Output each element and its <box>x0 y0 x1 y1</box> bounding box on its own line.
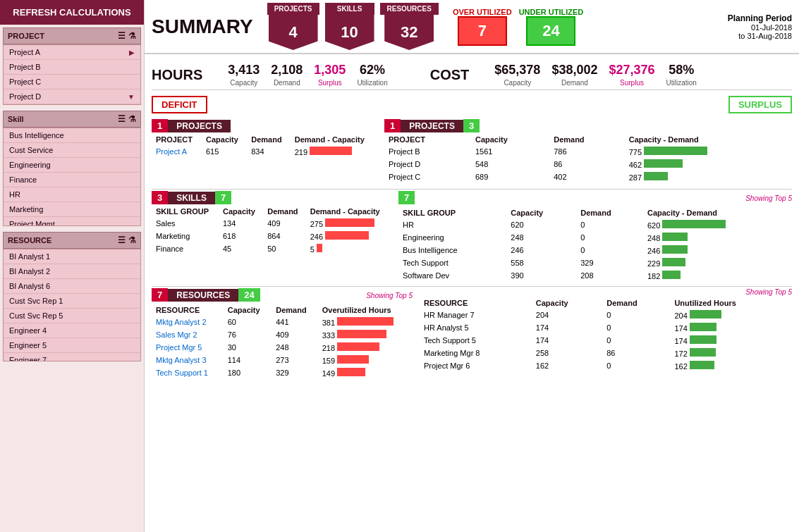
resource-link[interactable]: Mktg Analyst 2 <box>152 316 224 328</box>
resource-link[interactable]: Sales Mgr 2 <box>152 328 224 341</box>
deficit-bar <box>337 317 394 326</box>
skills-deficit-count: 3 <box>152 191 168 204</box>
table-row: Project Mgr 5 30 248 218 <box>152 341 413 354</box>
resource-item[interactable]: BI Analyst 2 <box>4 264 140 279</box>
skill-item[interactable]: Engineering <box>4 158 140 173</box>
table-row: Tech Support 558 329 229 <box>398 256 792 269</box>
col-diff: Capacity - Demand <box>625 134 792 145</box>
planning-period-to: to 31-Aug-2018 <box>728 32 792 40</box>
skills-label: SKILLS <box>168 192 215 204</box>
hours-section: HOURS 3,413 Capacity 2,108 Demand 1,305 … <box>152 63 388 87</box>
resources-surplus-table: RESOURCE Capacity Demand Unutilized Hour… <box>420 297 792 372</box>
project-filter-icon[interactable]: ☰ <box>118 31 126 41</box>
project-section: PROJECT ☰ ⚗ Project A ▶ Project B Projec… <box>0 25 144 108</box>
skill-filter-icon[interactable]: ☰ <box>118 114 126 124</box>
surplus-bar <box>690 335 716 344</box>
projects-surplus-count2: 3 <box>463 119 480 132</box>
table-row: Tech Support 5 174 0 174 <box>420 334 792 347</box>
skills-value: 10 <box>325 15 374 50</box>
surplus-bar <box>690 323 716 331</box>
skills-surplus-count: 7 <box>215 191 231 204</box>
cost-utilization: 58% Utilization <box>666 63 697 87</box>
surplus-bar <box>662 233 688 241</box>
resource-link[interactable]: Mktg Analyst 3 <box>152 354 224 366</box>
cost-demand: $38,002 Demand <box>551 63 597 87</box>
skill-settings-icon[interactable]: ⚗ <box>128 114 136 124</box>
refresh-button[interactable]: REFRESH CALCULATIONS <box>0 0 144 25</box>
project-item[interactable]: Project D ▼ <box>4 89 140 104</box>
content-header: SUMMARY PROJECTS 4 SKILLS 10 RESOURCES 3… <box>145 0 799 54</box>
resource-settings-icon[interactable]: ⚗ <box>128 235 136 245</box>
planning-period: Planning Period 01-Jul-2018 to 31-Aug-20… <box>728 13 792 40</box>
surplus-bar <box>662 220 726 228</box>
deficit-bar <box>325 218 374 227</box>
table-row: Finance 45 50 5 <box>152 242 391 255</box>
deficit-bar <box>317 244 322 252</box>
projects-deficit-count: 1 <box>152 119 168 132</box>
table-row: Project D 548 86 462 <box>384 158 792 171</box>
over-utilized-value: 7 <box>458 16 507 46</box>
table-row: Project A 615 834 219 <box>152 145 377 158</box>
planning-period-title: Planning Period <box>728 13 792 23</box>
col-project: PROJECT <box>152 134 202 145</box>
hours-capacity: 3,413 Capacity <box>228 63 260 87</box>
projects-label2: PROJECTS <box>401 120 463 132</box>
resources-deficit-section: 7 RESOURCES 24 Showing Top 5 RESOURCE Ca… <box>152 288 413 379</box>
project-settings-icon[interactable]: ⚗ <box>128 31 136 41</box>
resource-link[interactable]: Project Mgr 5 <box>152 341 224 354</box>
projects-value: 4 <box>269 15 318 50</box>
over-utilized-col: OVER UTILIZED 7 <box>453 8 512 46</box>
showing-top-resources-right: Showing Top 5 <box>745 288 792 296</box>
col-diff: Demand - Capacity <box>291 134 377 145</box>
cost-surplus: $27,376 Surplus <box>609 63 654 87</box>
sidebar: REFRESH CALCULATIONS PROJECT ☰ ⚗ Project… <box>0 0 145 532</box>
skill-item[interactable]: Project Mgmt <box>4 217 140 226</box>
surplus-bar <box>690 310 721 318</box>
project-link[interactable]: Project A <box>152 145 202 158</box>
content-body: HOURS 3,413 Capacity 2,108 Demand 1,305 … <box>145 54 799 385</box>
surplus-bar <box>662 245 688 254</box>
skill-item[interactable]: Finance <box>4 173 140 187</box>
projects-tables-row: DEFICIT 1 PROJECTS PROJECT Capacity Dema… <box>152 93 792 186</box>
table-row: Tech Support 1 180 329 149 <box>152 366 413 379</box>
resource-item[interactable]: Engineer 4 <box>4 323 140 338</box>
surplus-bar <box>690 361 714 369</box>
col-capacity: Capacity <box>202 134 247 145</box>
resource-list: BI Analyst 1 BI Analyst 2 BI Analyst 6 C… <box>3 249 141 361</box>
surplus-bar <box>644 172 668 180</box>
resource-item[interactable]: Cust Svc Rep 1 <box>4 294 140 309</box>
skills-deficit-table: SKILL GROUP Capacity Demand Demand - Cap… <box>152 206 391 255</box>
resource-item[interactable]: Engineer 5 <box>4 338 140 353</box>
skill-item[interactable]: Cust Service <box>4 143 140 158</box>
skill-item[interactable]: Bus Intelligence <box>4 128 140 143</box>
project-item[interactable]: Project C <box>4 75 140 89</box>
summary-badges: PROJECTS 4 SKILLS 10 RESOURCES 32 <box>267 3 439 50</box>
resource-item[interactable]: BI Analyst 1 <box>4 249 140 264</box>
under-utilized-value: 24 <box>526 16 575 46</box>
skill-list: Bus Intelligence Cust Service Engineerin… <box>3 128 141 226</box>
over-utilized-label: OVER UTILIZED <box>453 8 512 16</box>
table-row: HR 620 0 620 <box>398 218 792 231</box>
main-content: SUMMARY PROJECTS 4 SKILLS 10 RESOURCES 3… <box>145 0 799 532</box>
project-item[interactable]: Project B <box>4 60 140 75</box>
resources-deficit-count: 7 <box>152 288 168 302</box>
project-item[interactable]: Project A ▶ <box>4 45 140 60</box>
resources-badge: RESOURCES 32 <box>380 3 439 50</box>
project-name: Project C <box>384 171 471 183</box>
skill-item[interactable]: HR <box>4 187 140 202</box>
resource-link[interactable]: Tech Support 1 <box>152 366 224 379</box>
deficit-bar <box>337 330 386 338</box>
skills-surplus-table: SKILL GROUP Capacity Demand Capacity - D… <box>398 207 792 282</box>
col-project: PROJECT <box>384 134 471 145</box>
resource-item[interactable]: Cust Svc Rep 5 <box>4 309 140 323</box>
skills-tables-row: 3SKILLS7 SKILL GROUP Capacity Demand Dem… <box>152 189 792 283</box>
table-row: Bus Intelligence 246 0 246 <box>398 244 792 256</box>
projects-badge-label: PROJECTS <box>168 120 231 132</box>
resource-item[interactable]: Engineer 7 <box>4 353 140 361</box>
project-name: Project D <box>384 158 471 171</box>
hours-demand: 2,108 Demand <box>271 63 303 87</box>
resource-filter-icon[interactable]: ☰ <box>118 235 126 245</box>
table-row: HR Manager 7 204 0 204 <box>420 309 792 321</box>
resource-item[interactable]: BI Analyst 6 <box>4 279 140 294</box>
skill-item[interactable]: Marketing <box>4 202 140 217</box>
